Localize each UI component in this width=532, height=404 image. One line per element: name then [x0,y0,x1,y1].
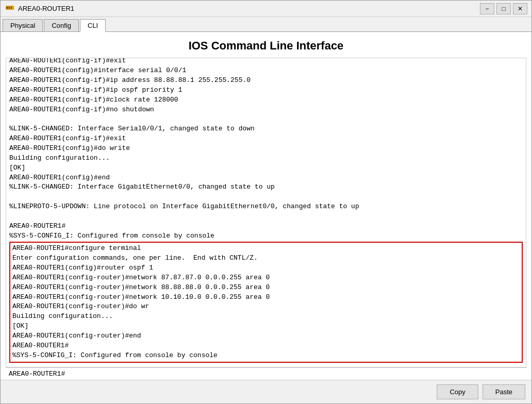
tab-bar: Physical Config CLI [1,17,531,32]
tab-physical[interactable]: Physical [3,19,43,31]
prompt-line: AREA0-ROUTER1# [6,367,526,380]
maximize-button[interactable]: □ [496,3,511,14]
prompt-text: AREA0-ROUTER1# [9,370,65,378]
main-window: AREA0-ROUTER1 − □ ✕ Physical Config CLI … [0,0,532,404]
close-button[interactable]: ✕ [513,3,527,14]
cli-area: IOS Command Line Interface AREA0-ROUTER1… [1,32,531,380]
terminal-scroll[interactable]: AREA0-ROUTER1(config-if)#clock rate 1280… [6,58,526,367]
minimize-button[interactable]: − [480,3,494,14]
window-icon [5,3,15,15]
svg-point-1 [6,7,8,9]
svg-rect-2 [9,7,10,9]
terminal-normal-text: AREA0-ROUTER1(config-if)#clock rate 1280… [9,58,523,241]
paste-button[interactable]: Paste [483,384,525,399]
copy-button[interactable]: Copy [437,384,478,399]
window-title: AREA0-ROUTER1 [18,5,480,12]
window-controls: − □ ✕ [480,3,527,14]
tab-cli[interactable]: CLI [80,19,106,32]
tab-config[interactable]: Config [44,19,79,31]
svg-rect-3 [11,7,12,9]
terminal-wrapper[interactable]: AREA0-ROUTER1(config-if)#clock rate 1280… [6,58,526,367]
bottom-bar: Copy Paste [1,380,531,403]
title-bar: AREA0-ROUTER1 − □ ✕ [1,1,531,17]
page-title: IOS Command Line Interface [1,32,531,58]
terminal-highlighted-block: AREA0-ROUTER1#configure terminal Enter c… [9,242,523,362]
